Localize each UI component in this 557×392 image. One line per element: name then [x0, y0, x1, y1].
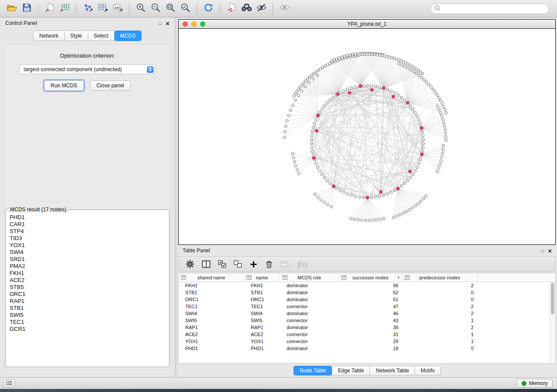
close-panel-button[interactable]: Close panel — [90, 80, 131, 91]
table-row[interactable]: TEC1TEC1connector472 — [179, 303, 555, 310]
optimization-criterion-select[interactable]: largest connected component (undirected) — [19, 64, 156, 74]
mcds-result-item[interactable]: ORC1 — [10, 291, 169, 298]
zoom-selected-button[interactable] — [178, 2, 193, 16]
run-mcds-button[interactable]: Run MCDS — [44, 80, 84, 91]
table-scrollbar[interactable] — [550, 282, 555, 363]
binoculars-search-button[interactable] — [239, 2, 254, 16]
mcds-result-title: MCDS result (17 nodes) — [8, 206, 68, 213]
mcds-result-item[interactable]: PMA2 — [10, 263, 169, 270]
zoom-in-button[interactable] — [133, 2, 148, 16]
mcds-result-item[interactable]: ACE2 — [10, 277, 169, 284]
window-minimize-icon[interactable] — [191, 21, 197, 27]
hide-graphics-details-button[interactable] — [254, 2, 269, 16]
column-header-shared-name[interactable]: shared name — [179, 273, 244, 282]
table-row[interactable]: FKH1FKH1dominator962 — [179, 282, 555, 289]
float-table-panel-icon[interactable]: □ — [541, 248, 544, 253]
delete-column-button[interactable] — [265, 259, 273, 269]
mcds-result-item[interactable]: YOX1 — [10, 242, 169, 249]
network-canvas[interactable] — [179, 29, 555, 244]
cell-name: FKH1 — [244, 283, 280, 288]
select-all-rows-button[interactable] — [218, 259, 226, 269]
column-header-name[interactable]: name — [244, 273, 280, 282]
mcds-result-item[interactable]: SWI4 — [10, 249, 169, 256]
search-box[interactable] — [430, 3, 549, 14]
import-network-button[interactable] — [42, 2, 57, 16]
mcds-result-item[interactable]: STB1 — [10, 305, 169, 312]
mcds-result-item[interactable]: GCR1 — [10, 326, 169, 333]
table-settings-button[interactable] — [186, 259, 194, 269]
tab-node-table[interactable]: Node Table — [294, 366, 332, 375]
table-row[interactable]: STB1STB1dominator620 — [179, 289, 555, 296]
save-session-button[interactable] — [19, 2, 34, 16]
import-table-button[interactable] — [57, 2, 72, 16]
add-column-button[interactable] — [249, 259, 258, 269]
export-network-button[interactable] — [80, 2, 95, 16]
table-row[interactable]: RAP1RAP1dominator352 — [179, 324, 555, 331]
mcds-result-item[interactable]: TEC1 — [10, 319, 169, 326]
deselect-all-rows-button[interactable] — [234, 259, 242, 269]
toolbar-separator — [273, 3, 273, 14]
float-panel-icon[interactable]: □ — [159, 21, 162, 26]
export-table-button[interactable] — [95, 2, 110, 16]
window-close-icon[interactable] — [183, 21, 188, 27]
node-table: shared namenameMCDS rolesuccessor nodes▾… — [178, 273, 556, 364]
cell-successor-nodes: 29 — [339, 339, 402, 344]
show-graphics-details-button[interactable] — [277, 2, 292, 16]
refresh-button[interactable] — [201, 2, 216, 16]
table-row[interactable]: SWI4SWI4dominator462 — [179, 310, 555, 317]
search-input[interactable] — [443, 6, 545, 12]
mcds-result-item[interactable]: SRD1 — [10, 256, 169, 263]
table-row[interactable]: SWI5SWI5connector431 — [179, 317, 555, 324]
table-scrollbar-thumb[interactable] — [551, 283, 554, 314]
zoom-out-icon — [151, 3, 161, 14]
select-stepper-icon — [147, 66, 154, 73]
tab-style[interactable]: Style — [65, 31, 88, 41]
table-toolbar: f(x) — [178, 256, 556, 272]
tab-select[interactable]: Select — [88, 31, 114, 41]
tab-network[interactable]: Network — [33, 31, 65, 41]
copy-network-icon — [227, 3, 236, 14]
mcds-result-item[interactable]: PHD1 — [10, 214, 169, 221]
mcds-result-item[interactable]: SWI5 — [10, 312, 169, 319]
mcds-result-item[interactable]: TID3 — [10, 235, 169, 242]
close-table-panel-icon[interactable]: × — [548, 248, 552, 254]
cell-shared-name: STB1 — [179, 290, 244, 295]
tab-network-table[interactable]: Network Table — [370, 366, 415, 375]
tab-edge-table[interactable]: Edge Table — [332, 366, 370, 375]
cell-name: TEC1 — [244, 304, 280, 309]
show-panels-button[interactable] — [3, 379, 15, 388]
column-header-MCDS-role[interactable]: MCDS role — [280, 273, 339, 282]
hide-graphics-details-icon — [256, 3, 266, 14]
zoom-out-button[interactable] — [148, 2, 163, 16]
column-header-successor-nodes[interactable]: successor nodes▾ — [339, 273, 402, 282]
mcds-result-item[interactable]: FKH1 — [10, 270, 169, 277]
mcds-result-item[interactable]: RAP1 — [10, 298, 169, 305]
right-column: YPA_prune.txt_1 Table Panel □ × — [177, 17, 557, 377]
column-header-predecessor-nodes[interactable]: predecessor nodes — [402, 273, 477, 282]
mcds-result-item[interactable]: STP4 — [10, 228, 169, 235]
close-panel-icon[interactable]: × — [166, 20, 170, 27]
tab-mcds[interactable]: MCDS — [114, 31, 142, 41]
mcds-result-item[interactable]: STB5 — [10, 284, 169, 291]
cell-successor-nodes: 43 — [339, 318, 402, 323]
table-row[interactable]: ORC1ORC1dominator610 — [179, 296, 555, 303]
table-row[interactable]: ACE2ACE2connector311 — [179, 331, 555, 338]
zoom-fit-button[interactable] — [163, 2, 178, 16]
function-builder-button[interactable]: f(x) — [298, 259, 307, 269]
toolbar-separator — [38, 3, 38, 14]
cell-MCDS-role: connector — [280, 332, 339, 337]
open-session-button[interactable] — [4, 2, 19, 16]
node-table-body: FKH1FKH1dominator962STB1STB1dominator620… — [179, 282, 555, 352]
tab-motifs[interactable]: Motifs — [415, 366, 441, 375]
table-row[interactable]: YOX1YOX1connector291 — [179, 338, 555, 345]
window-maximize-icon[interactable] — [200, 21, 205, 27]
table-row[interactable]: PHD1PHD1dominator180 — [179, 345, 555, 352]
show-columns-button[interactable] — [202, 259, 211, 269]
clear-table-button[interactable] — [280, 259, 290, 269]
export-image-button[interactable] — [110, 2, 125, 16]
copy-network-button[interactable] — [224, 2, 239, 16]
mcds-result-item[interactable]: CAR1 — [10, 221, 169, 228]
network-view-titlebar[interactable]: YPA_prune.txt_1 — [179, 20, 555, 29]
cell-name: SWI4 — [244, 311, 280, 316]
memory-button[interactable]: Memory — [517, 379, 553, 388]
